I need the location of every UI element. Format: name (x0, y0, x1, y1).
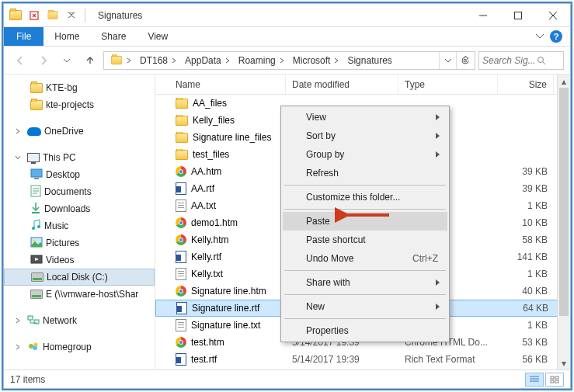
refresh-icon[interactable] (456, 52, 473, 69)
breadcrumb-item[interactable]: Microsoft (288, 52, 343, 69)
context-menu-item[interactable]: Paste shortcut (283, 231, 447, 249)
details-view-button[interactable] (525, 373, 544, 387)
context-menu-item[interactable]: Sort by (283, 127, 447, 145)
disk-icon (31, 272, 43, 282)
svg-rect-5 (31, 169, 42, 177)
address-history-icon[interactable] (439, 52, 456, 69)
svg-rect-6 (34, 178, 39, 179)
back-button[interactable] (10, 50, 30, 71)
sidebar-item[interactable]: Videos (4, 252, 155, 269)
svg-rect-21 (551, 380, 554, 383)
sidebar-item[interactable]: E (\\vmware-host\Shar (4, 286, 155, 303)
svg-rect-22 (555, 380, 558, 383)
column-header-size[interactable]: Size (498, 75, 554, 94)
sidebar-item[interactable]: Music (4, 217, 155, 234)
sidebar-item[interactable]: Downloads (4, 200, 155, 217)
scroll-up-icon[interactable]: ▴ (558, 75, 570, 88)
sidebar-homegroup[interactable]: Homegroup (4, 338, 155, 356)
sidebar-item[interactable]: Local Disk (C:) (4, 269, 155, 286)
tab-view[interactable]: View (137, 27, 179, 46)
folder-icon (176, 133, 188, 143)
breadcrumb-item[interactable]: AppData (180, 52, 234, 69)
scroll-down-icon[interactable]: ▾ (558, 356, 570, 369)
sidebar-thispc[interactable]: This PC (4, 149, 155, 166)
maximize-button[interactable] (500, 4, 535, 26)
svg-point-12 (33, 239, 36, 241)
txt-icon (176, 268, 186, 280)
breadcrumb-item[interactable]: Signatures (343, 52, 395, 69)
qat-customize-icon[interactable] (63, 7, 80, 24)
context-menu-item[interactable]: Paste (283, 212, 447, 231)
context-menu: ViewSort byGroup byRefreshCustomize this… (280, 106, 450, 342)
help-icon[interactable]: ? (550, 30, 562, 43)
tab-share[interactable]: Share (90, 27, 137, 46)
context-menu-item[interactable]: View (283, 108, 447, 127)
svg-point-18 (34, 343, 38, 347)
drive-icon (30, 254, 43, 267)
sidebar-network[interactable]: Network (4, 312, 155, 329)
ribbon-expand-icon[interactable] (536, 31, 544, 42)
icons-view-button[interactable] (545, 373, 564, 387)
svg-point-10 (37, 225, 40, 228)
properties-qat-icon[interactable] (26, 7, 43, 24)
drive-icon (30, 202, 41, 217)
close-button[interactable] (535, 4, 570, 26)
rtf-icon (176, 353, 186, 366)
drive-icon (30, 168, 43, 182)
breadcrumb-item[interactable]: DT168 (135, 52, 180, 69)
up-button[interactable] (80, 50, 100, 71)
context-menu-item[interactable]: Properties (283, 321, 447, 340)
scrollbar[interactable]: ▴ ▾ (557, 75, 570, 369)
folder-icon (176, 99, 188, 109)
svg-point-3 (538, 57, 544, 62)
file-tab[interactable]: File (4, 27, 43, 46)
rtf-icon (176, 182, 186, 195)
minimize-button[interactable] (465, 4, 500, 26)
chrome-icon (176, 286, 186, 297)
sidebar-item[interactable]: Desktop (4, 166, 155, 183)
breadcrumb-item[interactable]: Roaming (234, 52, 288, 69)
titlebar: Signatures (4, 4, 570, 27)
pc-icon (27, 153, 40, 162)
drive-icon (30, 219, 41, 234)
context-menu-item[interactable]: Customize this folder... (283, 188, 447, 206)
drive-icon (30, 237, 43, 250)
onedrive-icon (27, 127, 41, 136)
ribbon: File Home Share View ? (4, 27, 570, 47)
forward-button[interactable] (33, 50, 54, 71)
sidebar-item[interactable]: KTE-bg (4, 79, 155, 96)
sidebar-onedrive[interactable]: OneDrive (4, 123, 155, 140)
column-header-name[interactable]: Name (169, 75, 286, 94)
sidebar-item[interactable]: Documents (4, 183, 155, 200)
chrome-icon (176, 166, 186, 177)
search-input[interactable] (478, 51, 564, 70)
chrome-icon (176, 217, 186, 228)
context-menu-item[interactable]: Undo MoveCtrl+Z (283, 249, 447, 268)
folder-icon (176, 116, 188, 126)
address-bar[interactable]: DT168 AppData Roaming Microsoft Signatur… (103, 51, 475, 70)
sidebar-item[interactable]: Pictures (4, 234, 155, 252)
context-menu-item[interactable]: Share with (283, 273, 447, 292)
explorer-window: Signatures File Home Share View ? DT168 … (3, 3, 571, 389)
context-menu-item[interactable]: Refresh (283, 164, 447, 182)
search-icon (537, 56, 546, 65)
context-menu-item[interactable]: Group by (283, 145, 447, 164)
txt-icon (176, 319, 186, 331)
sidebar-item[interactable]: kte-projects (4, 96, 155, 113)
column-header-date[interactable]: Date modified (286, 75, 398, 94)
homegroup-icon (27, 342, 40, 352)
window-title: Signatures (98, 10, 142, 21)
chrome-icon (176, 234, 186, 245)
tab-home[interactable]: Home (43, 27, 90, 46)
column-header-type[interactable]: Type (398, 75, 498, 94)
recent-dropdown-icon[interactable] (57, 50, 77, 71)
new-folder-qat-icon[interactable] (44, 7, 61, 24)
crumb-root-icon[interactable] (106, 52, 135, 69)
status-text: 17 items (10, 374, 45, 385)
svg-point-9 (32, 227, 35, 230)
svg-rect-2 (514, 12, 521, 19)
context-menu-item[interactable]: New (283, 297, 447, 316)
table-row[interactable]: test.rtf5/14/2017 19:39Rich Text Format5… (155, 351, 570, 368)
chrome-icon (176, 337, 186, 348)
txt-icon (176, 199, 186, 212)
